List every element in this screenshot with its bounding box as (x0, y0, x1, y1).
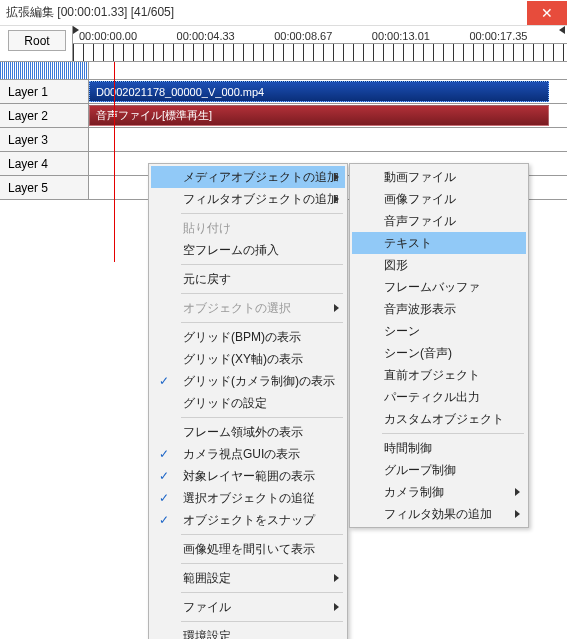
ruler-tick-label: 00:00:13.01 (372, 30, 470, 42)
menu-item[interactable]: 直前オブジェクト (352, 364, 526, 386)
layer-label[interactable]: Layer 2 (0, 104, 89, 127)
menu-item[interactable]: テキスト (352, 232, 526, 254)
close-icon: ✕ (541, 5, 553, 21)
menu-item[interactable]: 元に戻す (151, 268, 345, 290)
submenu-media-object: 動画ファイル画像ファイル音声ファイルテキスト図形フレームバッファ音声波形表示シー… (349, 163, 529, 528)
menu-item[interactable]: パーティクル出力 (352, 386, 526, 408)
menu-item[interactable]: フィルタオブジェクトの追加 (151, 188, 345, 210)
menu-separator (181, 592, 343, 593)
layer-label[interactable]: Layer 3 (0, 128, 89, 151)
menu-item[interactable]: 対象レイヤー範囲の表示✓ (151, 465, 345, 487)
ruler-tick-label: 00:00:00.00 (79, 30, 177, 42)
menu-separator (181, 417, 343, 418)
menu-item[interactable]: カメラ制御 (352, 481, 526, 503)
window-title: 拡張編集 [00:00:01.33] [41/605] (6, 4, 174, 21)
menu-item[interactable]: グリッド(カメラ制御)の表示✓ (151, 370, 345, 392)
menu-item[interactable]: シーン (352, 320, 526, 342)
menu-item[interactable]: 図形 (352, 254, 526, 276)
menu-item[interactable]: 環境設定 (151, 625, 345, 639)
menu-separator (181, 563, 343, 564)
waveform-track[interactable] (89, 62, 567, 79)
ruler-labels: 00:00:00.00 00:00:04.33 00:00:08.67 00:0… (73, 30, 567, 42)
menu-separator (181, 293, 343, 294)
waveform-preview (0, 62, 89, 79)
menu-item: 貼り付け (151, 217, 345, 239)
menu-separator (181, 213, 343, 214)
menu-item[interactable]: カスタムオブジェクト (352, 408, 526, 430)
menu-separator (181, 621, 343, 622)
title-bar: 拡張編集 [00:00:01.33] [41/605] ✕ (0, 0, 567, 26)
menu-item[interactable]: グリッド(XY軸)の表示 (151, 348, 345, 370)
playhead[interactable] (114, 62, 115, 262)
layer-row: Layer 1 D0002021178_00000_V_000.mp4 (0, 80, 567, 104)
menu-item[interactable]: 音声ファイル (352, 210, 526, 232)
menu-item[interactable]: ファイル (151, 596, 345, 618)
menu-item[interactable]: フレームバッファ (352, 276, 526, 298)
layer-track[interactable]: D0002021178_00000_V_000.mp4 (89, 80, 567, 103)
layer-label[interactable]: Layer 5 (0, 176, 89, 199)
menu-item[interactable]: グリッドの設定 (151, 392, 345, 414)
menu-item[interactable]: メディアオブジェクトの追加 (151, 166, 345, 188)
toolbar-row: Root 00:00:00.00 00:00:04.33 00:00:08.67… (0, 26, 567, 62)
menu-item[interactable]: シーン(音声) (352, 342, 526, 364)
check-icon: ✓ (159, 491, 169, 505)
ruler-tick-label: 00:00:08.67 (274, 30, 372, 42)
layer-track[interactable] (89, 128, 567, 151)
submenu-arrow-icon (334, 195, 339, 203)
menu-item[interactable]: 動画ファイル (352, 166, 526, 188)
menu-item[interactable]: 空フレームの挿入 (151, 239, 345, 261)
close-button[interactable]: ✕ (527, 1, 567, 25)
menu-item: オブジェクトの選択 (151, 297, 345, 319)
menu-separator (382, 433, 524, 434)
root-button[interactable]: Root (8, 30, 66, 51)
layer-row: Layer 3 (0, 128, 567, 152)
layer-track[interactable]: 音声ファイル[標準再生] (89, 104, 567, 127)
audio-clip[interactable]: 音声ファイル[標準再生] (89, 105, 549, 126)
check-icon: ✓ (159, 447, 169, 461)
menu-item[interactable]: 時間制御 (352, 437, 526, 459)
menu-item[interactable]: フィルタ効果の追加 (352, 503, 526, 525)
menu-separator (181, 322, 343, 323)
menu-item[interactable]: 画像処理を間引いて表示 (151, 538, 345, 560)
layer-label[interactable]: Layer 4 (0, 152, 89, 175)
timeline-ruler[interactable]: 00:00:00.00 00:00:04.33 00:00:08.67 00:0… (72, 26, 567, 61)
submenu-arrow-icon (334, 173, 339, 181)
menu-item[interactable]: 範囲設定 (151, 567, 345, 589)
video-clip[interactable]: D0002021178_00000_V_000.mp4 (89, 81, 549, 102)
menu-item[interactable]: フレーム領域外の表示 (151, 421, 345, 443)
check-icon: ✓ (159, 469, 169, 483)
menu-separator (181, 264, 343, 265)
ruler-ticks (73, 43, 567, 61)
menu-item[interactable]: 画像ファイル (352, 188, 526, 210)
menu-item[interactable]: カメラ視点GUIの表示✓ (151, 443, 345, 465)
menu-item[interactable]: 音声波形表示 (352, 298, 526, 320)
ruler-tick-label: 00:00:17.35 (469, 30, 567, 42)
menu-separator (181, 534, 343, 535)
submenu-arrow-icon (515, 488, 520, 496)
submenu-arrow-icon (334, 574, 339, 582)
layer-row: Layer 2 音声ファイル[標準再生] (0, 104, 567, 128)
layer-label[interactable]: Layer 1 (0, 80, 89, 103)
ruler-tick-label: 00:00:04.33 (177, 30, 275, 42)
menu-item[interactable]: 選択オブジェクトの追従✓ (151, 487, 345, 509)
context-menu: メディアオブジェクトの追加フィルタオブジェクトの追加貼り付け空フレームの挿入元に… (148, 163, 348, 639)
submenu-arrow-icon (515, 510, 520, 518)
submenu-arrow-icon (334, 304, 339, 312)
waveform-strip (0, 62, 567, 80)
menu-item[interactable]: グリッド(BPM)の表示 (151, 326, 345, 348)
menu-item[interactable]: グループ制御 (352, 459, 526, 481)
check-icon: ✓ (159, 374, 169, 388)
menu-item[interactable]: オブジェクトをスナップ✓ (151, 509, 345, 531)
submenu-arrow-icon (334, 603, 339, 611)
check-icon: ✓ (159, 513, 169, 527)
